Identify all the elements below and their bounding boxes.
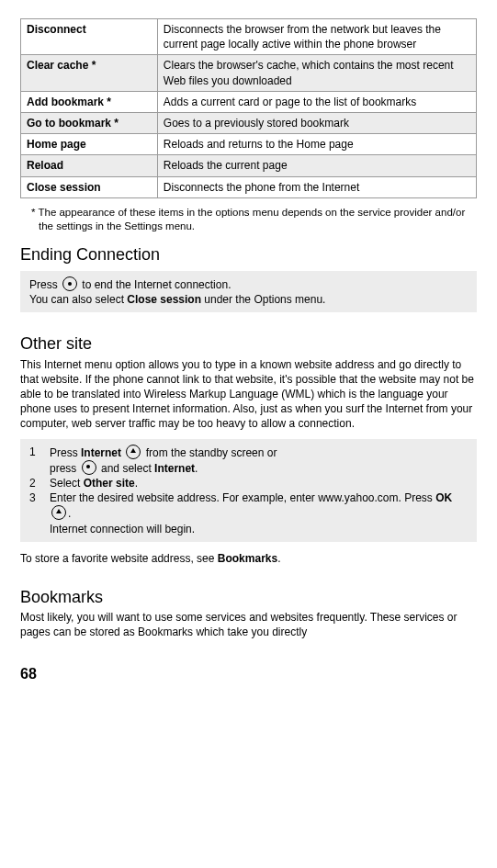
option-term: Clear cache * (21, 55, 158, 91)
option-description: Reloads and returns to the Home page (157, 134, 476, 155)
step-3: 3 Enter the desired website address. For… (29, 490, 468, 536)
option-description: Reloads the current page (157, 155, 476, 176)
text (121, 446, 124, 459)
step-2: 2 Select Other site. (29, 476, 468, 490)
step-number: 3 (29, 490, 50, 536)
option-description: Disconnects the browser from the network… (157, 19, 476, 55)
ok-label: OK (435, 491, 452, 504)
table-row: Go to bookmark *Goes to a previously sto… (21, 112, 477, 133)
other-site-paragraph: This Internet menu option allows you to … (20, 357, 477, 432)
text: to end the Internet connection. (79, 278, 231, 291)
text: . (277, 552, 280, 565)
option-description: Goes to a previously stored bookmark (157, 112, 476, 133)
heading-other-site: Other site (20, 333, 477, 355)
center-key-icon (82, 460, 96, 475)
step-text: Press Internet from the standby screen o… (50, 445, 468, 476)
text: Press (29, 278, 61, 291)
ending-line-2: You can also select Close session under … (29, 292, 468, 307)
table-row: Close sessionDisconnects the phone from … (21, 176, 477, 197)
table-row: Add bookmark *Adds a current card or pag… (21, 91, 477, 112)
other-site-steps-box: 1 Press Internet from the standby screen… (20, 439, 477, 542)
page-number: 68 (20, 664, 477, 684)
text: and select (98, 462, 154, 475)
internet-label: Internet (154, 462, 195, 475)
other-site-label: Other site (84, 477, 135, 490)
option-term: Go to bookmark * (21, 112, 158, 133)
text: under the Options menu. (201, 293, 325, 306)
bookmarks-paragraph: Most likely, you will want to use some s… (20, 610, 477, 639)
text: Internet connection will begin. (50, 523, 195, 535)
heading-ending-connection: Ending Connection (20, 243, 477, 265)
text: from the standby screen or (142, 446, 277, 459)
option-description: Clears the browser's cache, which contai… (157, 55, 476, 91)
heading-bookmarks: Bookmarks (20, 586, 477, 608)
table-row: ReloadReloads the current page (21, 155, 477, 176)
option-term: Disconnect (21, 19, 158, 55)
step-text: Select Other site. (50, 476, 468, 490)
store-favorite-paragraph: To store a favorite website address, see… (20, 551, 477, 566)
options-table: DisconnectDisconnects the browser from t… (20, 18, 477, 198)
option-term: Home page (21, 134, 158, 155)
step-number: 1 (29, 445, 50, 476)
step-1: 1 Press Internet from the standby screen… (29, 445, 468, 476)
table-row: Clear cache *Clears the browser's cache,… (21, 55, 477, 91)
internet-key-icon (126, 445, 141, 459)
option-term: Add bookmark * (21, 91, 158, 112)
table-footnote: * The appearance of these items in the o… (31, 206, 477, 234)
text: You can also select (29, 293, 127, 306)
end-key-icon (62, 276, 77, 291)
text: To store a favorite website address, see (20, 552, 218, 565)
text: Enter the desired website address. For e… (50, 491, 435, 504)
bookmarks-ref: Bookmarks (218, 552, 277, 565)
option-description: Disconnects the phone from the Internet (157, 176, 476, 197)
text: Press (50, 446, 81, 459)
text: . (195, 462, 198, 475)
table-row: Home pageReloads and returns to the Home… (21, 134, 477, 155)
ending-line-1: Press to end the Internet connection. (29, 276, 468, 292)
ending-connection-box: Press to end the Internet connection. Yo… (20, 271, 477, 312)
text: . (68, 507, 71, 520)
close-session-label: Close session (127, 293, 201, 306)
step-number: 2 (29, 476, 50, 490)
ok-key-icon (51, 505, 66, 520)
text: . (135, 477, 138, 490)
option-term: Close session (21, 176, 158, 197)
step-text: Enter the desired website address. For e… (50, 490, 468, 536)
table-row: DisconnectDisconnects the browser from t… (21, 19, 477, 55)
text: press (50, 462, 80, 475)
option-term: Reload (21, 155, 158, 176)
text: Select (50, 477, 84, 490)
internet-label: Internet (81, 446, 121, 459)
option-description: Adds a current card or page to the list … (157, 91, 476, 112)
